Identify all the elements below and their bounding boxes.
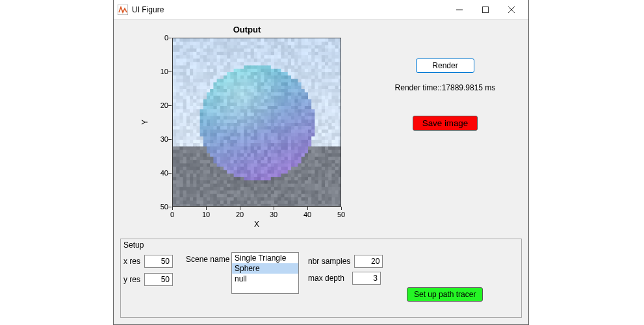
svg-rect-1123	[234, 112, 238, 116]
svg-rect-1672	[230, 150, 234, 154]
scene-option[interactable]: Sphere	[232, 263, 298, 274]
svg-rect-104	[339, 42, 341, 46]
svg-rect-1537	[281, 140, 285, 144]
svg-rect-2020	[224, 174, 227, 177]
svg-rect-671	[227, 83, 231, 86]
svg-rect-1113	[200, 112, 204, 116]
svg-rect-165	[207, 49, 211, 53]
svg-rect-985	[274, 103, 278, 107]
setup-panel: Setup x res y res Scene name Single Tria…	[120, 239, 522, 318]
svg-rect-64	[203, 42, 207, 46]
svg-rect-2388	[285, 197, 289, 201]
scene-option[interactable]: null	[232, 274, 298, 284]
svg-rect-1132	[264, 112, 268, 116]
max-depth-input[interactable]	[352, 272, 381, 285]
svg-rect-1865	[207, 163, 211, 167]
svg-rect-458	[183, 69, 187, 73]
chart-title: Output	[146, 25, 348, 34]
svg-rect-1524	[237, 140, 241, 144]
svg-rect-1387	[281, 129, 285, 133]
scene-option[interactable]: Single Triangle	[232, 253, 298, 263]
svg-rect-1747	[315, 153, 318, 157]
svg-rect-1099	[322, 109, 326, 113]
svg-rect-1788	[285, 157, 289, 161]
svg-rect-719	[220, 86, 224, 90]
svg-rect-1733	[268, 153, 272, 157]
svg-rect-1653	[335, 146, 339, 150]
nbr-samples-input[interactable]	[354, 255, 383, 268]
svg-rect-1988	[285, 170, 289, 174]
svg-rect-1675	[240, 150, 244, 154]
svg-rect-2347	[315, 194, 318, 198]
svg-rect-2422	[230, 201, 234, 205]
svg-rect-831	[261, 92, 264, 96]
svg-rect-1738	[285, 153, 289, 157]
svg-rect-2403	[335, 197, 339, 201]
svg-rect-786	[277, 89, 281, 93]
svg-rect-1676	[244, 150, 248, 154]
svg-rect-647	[315, 79, 318, 83]
svg-rect-2146	[311, 180, 315, 184]
svg-rect-1176	[244, 116, 248, 120]
svg-rect-1434	[271, 133, 275, 137]
svg-rect-117	[213, 45, 217, 49]
svg-rect-1910	[190, 167, 194, 171]
svg-rect-626	[244, 79, 248, 83]
svg-rect-2003	[335, 170, 339, 174]
svg-rect-1155	[173, 116, 177, 120]
svg-rect-1695	[308, 150, 312, 154]
svg-rect-1913	[200, 167, 204, 171]
xres-input[interactable]	[144, 255, 173, 268]
scene-listbox[interactable]: Single TriangleSpherenull	[231, 252, 299, 294]
setup-path-tracer-button[interactable]: Set up path tracer	[407, 287, 483, 302]
svg-rect-455	[173, 69, 177, 73]
svg-rect-1211	[193, 120, 197, 124]
svg-rect-193	[302, 49, 305, 53]
minimize-button[interactable]	[446, 0, 472, 20]
svg-rect-621	[227, 79, 231, 83]
svg-rect-2271	[227, 190, 231, 194]
svg-rect-701	[328, 83, 332, 86]
svg-rect-297	[315, 55, 318, 59]
svg-rect-1967	[213, 170, 217, 174]
maximize-button[interactable]	[472, 0, 498, 20]
svg-rect-1268	[217, 123, 221, 127]
render-button[interactable]: Render	[416, 58, 474, 73]
svg-rect-512	[196, 72, 200, 76]
svg-rect-498	[318, 69, 322, 73]
svg-rect-115	[207, 45, 211, 49]
svg-rect-2435	[274, 201, 278, 205]
svg-rect-752	[331, 86, 335, 90]
yres-input[interactable]	[144, 273, 173, 286]
save-image-button[interactable]: Save image	[413, 116, 478, 131]
svg-rect-1598	[318, 143, 322, 147]
svg-rect-1850	[325, 160, 329, 164]
x-tick-label: 10	[202, 211, 210, 218]
svg-rect-917	[213, 99, 217, 103]
svg-rect-742	[298, 86, 302, 90]
svg-rect-965	[207, 103, 211, 107]
svg-rect-1280	[257, 123, 261, 127]
svg-rect-620	[224, 79, 227, 83]
svg-rect-2492	[298, 204, 302, 207]
svg-rect-1638	[285, 146, 289, 150]
svg-rect-2181	[261, 184, 264, 188]
svg-rect-1954	[339, 167, 341, 171]
svg-rect-1841	[294, 160, 298, 164]
svg-rect-1885	[274, 163, 278, 167]
svg-rect-13	[200, 38, 204, 42]
close-button[interactable]	[498, 0, 524, 20]
svg-rect-1004	[339, 103, 341, 107]
y-tick-label: 30	[161, 135, 168, 143]
svg-rect-559	[187, 75, 190, 79]
svg-rect-608	[183, 79, 187, 83]
svg-rect-1431	[261, 133, 264, 137]
svg-rect-2284	[271, 190, 275, 194]
svg-rect-2393	[302, 197, 305, 201]
svg-rect-1415	[207, 133, 211, 137]
svg-rect-2088	[285, 177, 289, 181]
svg-rect-758	[183, 89, 187, 93]
svg-rect-907	[179, 99, 183, 103]
svg-rect-429	[254, 66, 258, 70]
svg-rect-2054	[339, 174, 341, 177]
